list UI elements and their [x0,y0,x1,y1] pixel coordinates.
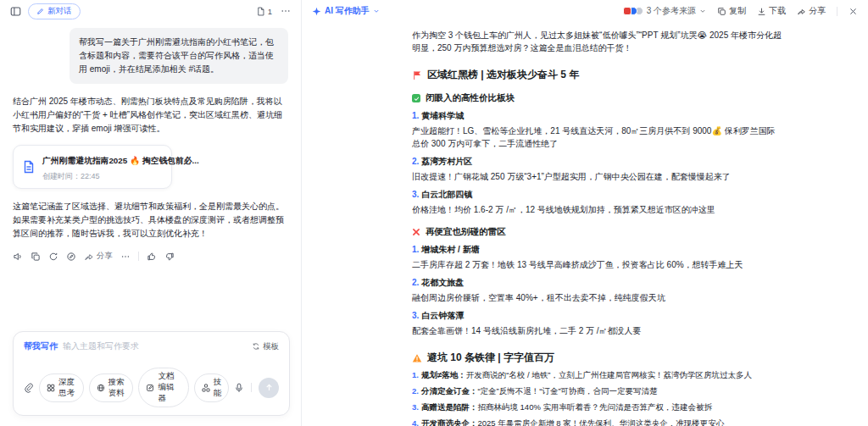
send-button[interactable] [259,378,279,398]
sidebar-toggle-icon[interactable] [10,6,21,17]
skills-button[interactable]: 技能 [194,373,230,402]
read-aloud-icon[interactable] [13,252,23,262]
composer[interactable]: 帮我写作 输入主题和写作要求 模板 深度思考 [13,331,290,416]
warning-icon [412,353,422,363]
header-divider [837,7,837,16]
reference-favicon-1 [623,7,632,15]
bad-item-body: 配套全靠画饼！14 号线沿线新房扎堆，二手 2 万 /㎡都没人要 [412,324,783,337]
good-item-body: 旧改提速！广钢花城 250 万级“3+1”户型超实用，广钢中央公园在建，配套慢慢… [412,170,783,183]
globe-icon [97,384,105,392]
generated-doc-card[interactable]: 广州刚需避坑指南2025 🔥 掏空钱包前必... 创建时间：22:45 [13,145,172,189]
share-button[interactable]: 分享 [84,251,113,262]
copy-label: 复制 [729,5,746,17]
bad-item-title: 2.花都文旅盘 [412,277,783,289]
template-label: 模板 [263,341,279,352]
green-check-icon [412,94,420,102]
edit-circle-icon[interactable] [66,252,76,262]
section-heading-rules: 避坑 10 条铁律 | 字字值百万 [412,351,783,365]
good-item-title: 2.荔湾芳村片区 [412,156,783,168]
composer-divider [251,383,252,392]
bad-item-body: 融创周边房价腰斩，空置率 40%+，租不出去卖不掉，纯纯度假天坑 [412,291,783,304]
regenerate-icon[interactable] [48,252,58,262]
chevron-down-icon [699,8,706,14]
doc-editor-button[interactable]: 文档编辑器 [138,368,188,407]
chevron-down-icon [373,8,380,14]
doc-card-title: 广州刚需避坑指南2025 🔥 掏空钱包前必... [42,156,199,165]
microphone-icon[interactable] [234,383,244,393]
share-doc-button[interactable]: 分享 [797,5,826,17]
new-chat-button[interactable]: 新对话 [28,3,81,19]
rule-item: 2.分清定金订金：“定金”反悔不退！“订金”可协商，合同一定要写清楚 [412,385,783,397]
download-button[interactable]: 下载 [757,5,786,17]
writer-header: AI 写作助手 3 个参考来源 [302,0,868,22]
doc-editor-icon [146,384,154,392]
doc-file-icon [22,160,36,174]
subheading-bad-areas: 再便宜也别碰的雷区 [412,226,783,238]
deep-think-button[interactable]: 深度思考 [39,373,84,402]
good-item-title: 1.黄埔科学城 [412,110,783,122]
template-icon [252,342,260,351]
more-actions-icon[interactable] [120,252,131,262]
document-scroll-area[interactable]: 作为掏空 3 个钱包上车的广州人，见过太多姐妹被“低价噱头”“PPT 规划”坑哭… [302,22,868,426]
doc-editor-label: 文档编辑器 [158,371,181,404]
download-icon [757,7,766,16]
artifact-count-button[interactable]: 1 [256,7,272,16]
reference-count-label: 3 个参考来源 [647,5,696,17]
chat-panel: 新对话 1 帮我写一篇关于广州刚需避坑指南的小红书笔记，包含标题和内容，需要符合… [0,0,302,426]
subheading-good-areas: 闭眼入的高性价比板块 [412,92,783,104]
rule-item: 1.规划≠落地：开发商说的“名校 / 地铁”，立刻上广州住建局官网核实！荔湾伪学… [412,368,783,381]
assistant-message-outro: 这篇笔记涵盖了区域选择、避坑细节和政策福利，全是刚需最关心的点。如果需要补充某类… [13,200,288,241]
app-root: 新对话 1 帮我写一篇关于广州刚需避坑指南的小红书笔记，包含标题和内容，需要符合… [0,0,868,426]
search-materials-button[interactable]: 搜索资料 [89,373,134,402]
good-item-title: 3.白云北部四镇 [412,189,783,201]
copy-icon[interactable] [31,252,41,262]
deep-think-icon [47,384,55,392]
doc-intro: 作为掏空 3 个钱包上车的广州人，见过太多姐妹被“低价噱头”“PPT 规划”坑哭… [412,29,783,54]
chat-messages: 帮我写一篇关于广州刚需避坑指南的小红书笔记，包含标题和内容，需要符合该平台的写作… [0,28,301,262]
more-icon[interactable] [281,6,291,16]
user-message: 帮我写一篇关于广州刚需避坑指南的小红书笔记，包含标题和内容，需要符合该平台的写作… [70,28,288,84]
writer-title: AI 写作助手 [325,5,370,17]
copy-icon [717,7,726,16]
writer-title-dropdown[interactable]: AI 写作助手 [312,5,380,17]
share-icon [797,7,806,16]
good-item-body: 价格洼地！均价 1.6-2 万 /㎡，12 号线地铁规划加持，预算紧又想近市区的… [412,203,783,216]
reference-sources-dropdown[interactable]: 3 个参考来源 [623,5,706,17]
reference-favicons [623,7,643,15]
actions-divider [138,252,139,261]
red-flag-icon [412,70,422,80]
composer-placeholder[interactable]: 输入主题和写作要求 [63,340,139,352]
new-chat-label: 新对话 [47,6,72,17]
thumbs-down-icon[interactable] [164,252,175,262]
rule-item: 3.高赠送是陷阱：招商林屿境 140% 实用率听着香？先问清是否算产权，违建会被… [412,401,783,413]
chat-topbar: 新对话 1 [0,0,301,22]
bad-item-title: 3.白云钟落潭 [412,310,783,322]
good-item-body: 产业超能打！LG、雪松等企业扎堆，21 号线直达天河，80㎡三房月供不到 900… [412,124,783,150]
composer-mode-label[interactable]: 帮我写作 [24,340,58,352]
pencil-icon [36,8,44,15]
red-x-icon [412,228,420,236]
rule-item: 4.开发商选央企：2025 年暴雷房企新增 8 家！优先保利、华润这类央企，准现… [412,417,783,426]
template-button[interactable]: 模板 [252,341,279,352]
copy-doc-button[interactable]: 复制 [717,5,746,17]
close-icon[interactable] [849,7,858,16]
share-icon [84,252,94,262]
download-label: 下载 [769,5,786,17]
doc-card-created-time: 创建时间：22:45 [42,172,100,180]
generated-document: 作为掏空 3 个钱包上车的广州人，见过太多姐妹被“低价噱头”“PPT 规划”坑哭… [412,29,783,426]
attachment-icon[interactable] [24,383,34,393]
deep-think-label: 深度思考 [58,377,76,399]
share-doc-label: 分享 [809,5,826,17]
document-icon [256,7,265,16]
sparkle-icon [312,7,321,16]
skills-icon [202,384,210,392]
bad-item-body: 二手房库存超 2 万套！地铁 13 号线早高峰挤成沙丁鱼，投资客占比 60%，想… [412,258,783,271]
thumbs-up-icon[interactable] [147,252,157,262]
artifact-count: 1 [268,7,272,16]
section-heading-red-black: 区域红黑榜 | 选对板块少奋斗 5 年 [412,68,783,82]
share-label: 分享 [97,251,113,262]
writer-panel: AI 写作助手 3 个参考来源 [302,0,868,426]
bad-item-title: 1.增城朱村 / 新塘 [412,244,783,256]
search-materials-label: 搜索资料 [108,377,126,399]
skills-label: 技能 [214,377,222,399]
